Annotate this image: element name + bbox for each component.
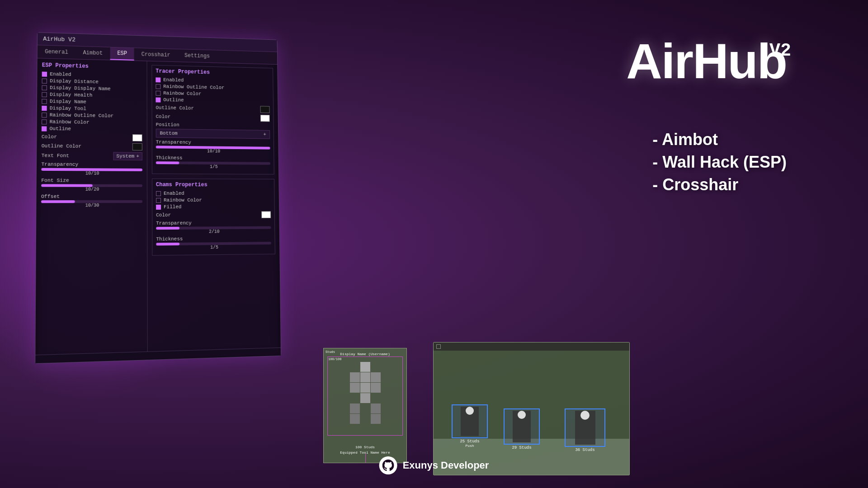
chams-thickness-container: Thickness 1/5 xyxy=(156,235,271,250)
chams-char-1-body xyxy=(461,407,479,436)
esp-properties-title: ESP Properties xyxy=(42,62,142,71)
chams-char-1-studs: 25 Studs xyxy=(452,439,488,444)
tab-esp[interactable]: ESP xyxy=(110,47,134,61)
chams-preview-titlebar xyxy=(434,343,629,351)
esp-display-name-row: Display Name xyxy=(42,99,142,106)
chams-filled-checkbox[interactable] xyxy=(156,204,161,209)
tracer-thickness-fill xyxy=(156,161,179,164)
feature-aimbot: - Aimbot xyxy=(652,130,787,149)
chams-enabled-row: Enabled xyxy=(156,191,271,196)
tracer-position-value: Bottom xyxy=(160,131,178,136)
esp-font-size-track[interactable] xyxy=(41,184,142,187)
esp-rainbow-color-checkbox[interactable] xyxy=(42,119,47,124)
esp-display-distance-label: Display Distance xyxy=(50,78,99,84)
esp-outline-row: Outline xyxy=(42,126,142,132)
chams-filled-row: Filled xyxy=(156,204,271,210)
char-3-head xyxy=(580,411,590,420)
esp-display-distance-row: Display Distance xyxy=(42,78,142,86)
chams-color-swatch[interactable] xyxy=(261,211,271,218)
tracer-color-row: Color xyxy=(156,113,270,122)
chams-preview-panel: 25 Studs Push 29 Studs 36 Studs xyxy=(433,342,630,475)
chams-color-row: Color xyxy=(156,211,271,219)
esp-color-swatch[interactable] xyxy=(132,134,142,141)
panel-title: AirHub V2 xyxy=(43,36,75,43)
chams-char-3-studs: 36 Studs xyxy=(565,448,605,452)
esp-rainbow-outline-label: Rainbow Outline Color xyxy=(50,112,114,118)
esp-rainbow-color-row: Rainbow Color xyxy=(42,119,142,126)
esp-font-size-label: Font Size xyxy=(41,178,142,183)
tracer-transparency-container: Transparency 10/10 xyxy=(156,140,270,155)
tracer-outline-checkbox[interactable] xyxy=(156,97,160,102)
tracer-color-label: Color xyxy=(156,114,171,119)
tracer-thickness-container: Thickness 1/5 xyxy=(156,155,270,169)
esp-font-selector[interactable]: System + xyxy=(113,152,142,160)
chams-enabled-checkbox[interactable] xyxy=(156,191,161,196)
esp-preview-username: Display Name (Username) xyxy=(340,352,390,356)
chams-thickness-fill xyxy=(156,243,179,246)
tracer-position-select[interactable]: Bottom + xyxy=(156,129,270,139)
chams-char-3: 36 Studs xyxy=(565,408,605,452)
chams-rainbow-color-checkbox[interactable] xyxy=(156,197,161,202)
tracer-outline-color-row: Outline Color xyxy=(156,104,269,113)
esp-display-name-checkbox[interactable] xyxy=(42,99,47,103)
tracer-enabled-checkbox[interactable] xyxy=(156,77,160,82)
esp-display-tool-checkbox[interactable] xyxy=(42,105,47,110)
esp-transparency-track[interactable] xyxy=(41,168,142,171)
chams-char-2-body xyxy=(513,411,531,442)
tab-general[interactable]: General xyxy=(38,45,76,59)
tracer-position-label: Position xyxy=(156,122,270,129)
char-2-head xyxy=(518,411,526,419)
tracer-title: Tracer Properties xyxy=(156,68,269,77)
esp-outline-color-label: Outline Color xyxy=(42,143,82,149)
esp-display-display-name-checkbox[interactable] xyxy=(42,85,47,90)
tracer-color-swatch[interactable] xyxy=(260,115,270,122)
feature-crosshair: - Crosshair xyxy=(652,175,787,194)
esp-outline-label: Outline xyxy=(50,126,71,132)
tracer-rainbow-outline-checkbox[interactable] xyxy=(156,84,160,89)
esp-color-label: Color xyxy=(42,134,57,140)
esp-outline-checkbox[interactable] xyxy=(42,126,47,131)
esp-display-display-name-row: Display Display Name xyxy=(42,85,142,93)
chams-char-2-studs: 29 Studs xyxy=(504,446,540,450)
esp-display-health-row: Display Health xyxy=(42,92,142,99)
esp-offset-track[interactable] xyxy=(41,200,142,203)
logo-version: V2 xyxy=(769,41,791,61)
esp-enabled-row: Enabled xyxy=(42,71,142,79)
esp-display-health-label: Display Health xyxy=(50,92,93,98)
chams-char-2: 29 Studs xyxy=(504,408,540,450)
esp-outline-color-swatch[interactable] xyxy=(132,143,142,150)
chams-transparency-container: Transparency 2/10 xyxy=(156,220,271,235)
tracer-outline-color-swatch[interactable] xyxy=(260,106,270,113)
github-icon xyxy=(379,456,397,474)
bottom-credit: Exunys Developer xyxy=(379,456,489,474)
esp-distance-label: 100 Studs xyxy=(355,445,375,449)
esp-font-size-fill xyxy=(41,184,92,187)
feature-wallhack: - Wall Hack (ESP) xyxy=(652,153,787,172)
chams-title: Chams Properties xyxy=(156,182,271,188)
esp-font-size-value: 10/20 xyxy=(41,187,142,192)
features-list: - Aimbot - Wall Hack (ESP) - Crosshair xyxy=(652,127,787,198)
esp-enabled-checkbox[interactable] xyxy=(42,71,47,76)
tracer-thickness-value: 1/5 xyxy=(156,164,270,169)
chams-enabled-label: Enabled xyxy=(164,191,184,196)
chams-properties-section: Chams Properties Enabled Rainbow Color F… xyxy=(152,178,275,256)
position-plus-icon: + xyxy=(263,132,266,137)
logo-text: AirHub xyxy=(626,36,787,86)
tab-crosshair[interactable]: Crosshair xyxy=(134,48,178,61)
esp-tracer-line xyxy=(365,454,366,463)
esp-display-health-checkbox[interactable] xyxy=(42,92,47,97)
chams-char-1-name: Push xyxy=(452,444,488,448)
esp-properties-column: ESP Properties Enabled Display Distance … xyxy=(35,58,147,355)
esp-transparency-label: Transparency xyxy=(41,162,142,168)
esp-display-name-label: Display Name xyxy=(50,99,86,104)
tracer-rainbow-color-checkbox[interactable] xyxy=(156,90,160,95)
esp-box-overlay xyxy=(327,357,403,436)
esp-color-row: Color xyxy=(42,133,142,142)
esp-offset-container: Offset 10/30 xyxy=(41,194,142,208)
chams-char-1: 25 Studs Push xyxy=(452,404,488,448)
esp-studs-label: Studs xyxy=(326,350,335,354)
esp-display-distance-checkbox[interactable] xyxy=(42,78,47,83)
esp-rainbow-outline-checkbox[interactable] xyxy=(42,113,47,117)
tab-aimbot[interactable]: Aimbot xyxy=(75,47,110,60)
tab-settings[interactable]: Settings xyxy=(177,49,217,63)
